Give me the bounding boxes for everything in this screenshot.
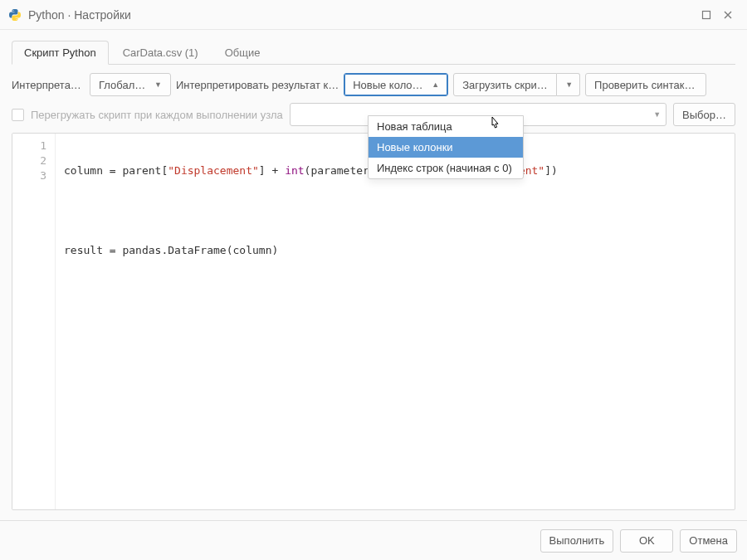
window-title: Python · Настройки <box>28 8 696 22</box>
python-icon <box>8 8 22 22</box>
load-script-dropdown[interactable]: ▼ <box>557 73 580 96</box>
reload-script-label: Перегружать скрипт при каждом выполнении… <box>31 109 283 121</box>
interpreter-label: Интерпретат… <box>12 79 85 91</box>
result-type-dropdown-popup: Новая таблица Новые колонки Индекс строк… <box>368 115 524 179</box>
svg-rect-0 <box>703 11 710 18</box>
interpreter-value: Глобальн… <box>99 79 148 91</box>
chevron-down-icon: ▼ <box>154 80 162 89</box>
load-script-label: Загрузить скрип… <box>462 79 548 91</box>
toolbar: Интерпретат… Глобальн… ▼ Интерпретироват… <box>12 73 735 96</box>
choose-button[interactable]: Выбор… <box>673 103 735 126</box>
check-syntax-button[interactable]: Проверить синтакс… <box>585 73 706 96</box>
tab-script-python[interactable]: Скрипт Python <box>12 41 109 65</box>
result-type-value: Новые колон… <box>353 79 425 91</box>
dropdown-item-label: Новая таблица <box>377 120 452 133</box>
dropdown-item-label: Новые колонки <box>377 141 453 153</box>
check-syntax-label: Проверить синтакс… <box>594 79 697 91</box>
button-label: Отмена <box>689 534 728 547</box>
tab-label: CarData.csv (1) <box>123 46 198 59</box>
button-label: Выполнить <box>549 534 605 547</box>
dropdown-item-label: Индекс строк (начиная с 0) <box>377 162 512 174</box>
code-body: column = parent["Displacement"] + int(pa… <box>56 134 566 509</box>
close-button[interactable] <box>717 4 739 26</box>
dialog-footer: Выполнить OK Отмена <box>0 520 747 560</box>
dropdown-item-new-table[interactable]: Новая таблица <box>369 116 523 137</box>
maximize-button[interactable] <box>696 4 717 26</box>
cancel-button[interactable]: Отмена <box>680 529 737 553</box>
dropdown-item-new-columns[interactable]: Новые колонки <box>369 137 523 158</box>
code-editor[interactable]: 1 2 3 column = parent["Displacement"] + … <box>12 133 735 510</box>
tab-general[interactable]: Общие <box>212 41 273 65</box>
tab-bar: Скрипт Python CarData.csv (1) Общие <box>12 40 735 65</box>
dropdown-item-row-index[interactable]: Индекс строк (начиная с 0) <box>369 158 523 178</box>
interpreter-select[interactable]: Глобальн… ▼ <box>90 73 171 96</box>
settings-window: Python · Настройки Скрипт Python CarData… <box>0 0 747 560</box>
chevron-down-icon: ▼ <box>565 80 573 89</box>
chevron-down-icon: ▼ <box>653 110 661 119</box>
line-number: 1 <box>12 139 46 153</box>
reload-script-checkbox[interactable] <box>12 109 24 121</box>
result-type-select[interactable]: Новые колон… ▲ <box>344 73 448 96</box>
tab-label: Общие <box>225 46 261 59</box>
line-number: 2 <box>12 153 46 168</box>
ok-button[interactable]: OK <box>620 529 673 553</box>
line-gutter: 1 2 3 <box>12 134 56 509</box>
code-line <box>64 203 558 218</box>
line-number: 3 <box>12 168 46 183</box>
load-script-button[interactable]: Загрузить скрип… <box>453 73 557 96</box>
button-label: OK <box>639 534 655 547</box>
tab-label: Скрипт Python <box>24 46 96 59</box>
interpret-result-label: Интерпретировать результат к… <box>176 79 339 91</box>
execute-button[interactable]: Выполнить <box>540 529 614 553</box>
choose-label: Выбор… <box>682 109 726 121</box>
content-area: Скрипт Python CarData.csv (1) Общие Инте… <box>0 30 747 520</box>
tab-cardata[interactable]: CarData.csv (1) <box>110 41 211 65</box>
code-line: result = pandas.DataFrame(column) <box>64 243 558 258</box>
chevron-up-icon: ▲ <box>432 80 439 89</box>
titlebar: Python · Настройки <box>0 0 747 30</box>
